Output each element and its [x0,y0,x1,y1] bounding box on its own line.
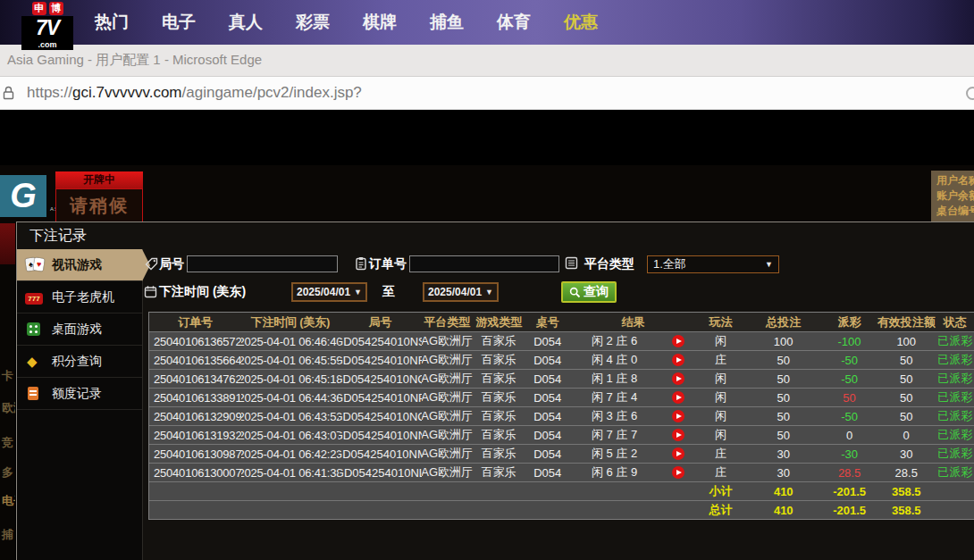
play-replay-button[interactable] [672,466,684,479]
column-header: 派彩 [822,313,877,331]
date-from-value: 2025/04/01 [297,286,350,298]
table-row: 2504010613389102025-04-01 06:44:36GD0542… [149,388,974,406]
play-replay-button[interactable] [672,335,684,347]
date-from-select[interactable]: 2025/04/01 ▼ [291,282,367,302]
table-header-row: 订单号下注时间 (美东)局号平台类型游戏类型桌号结果玩法总投注派彩有效投注额状态 [149,313,974,331]
nav-item-6[interactable]: 捕鱼 [430,11,464,34]
total-bet: 30 [744,464,822,481]
table-row: 2504010613566462025-04-01 06:45:59GD0542… [149,350,974,369]
url-domain: gci.7vvvvvv.com [72,84,182,101]
total-bet: 30 [744,445,822,463]
cards-icon: ♠♥ [25,257,45,273]
play-replay-button[interactable] [672,354,684,366]
table-row: 2504010613193222025-04-01 06:43:07GD0542… [149,425,974,444]
lock-icon[interactable] [2,86,15,100]
replay-cell [659,351,696,369]
status: 已派彩 [936,351,973,369]
order-no-input[interactable] [409,255,559,272]
top-nav: 申 博 7V .com 热门电子真人彩票棋牌捕鱼体育优惠 [0,0,974,45]
result: 闲 7 庄 4 [570,389,659,406]
grand-total-valid_bet: 358.5 [877,501,936,519]
valid-bet: 100 [877,332,936,350]
date-to-select[interactable]: 2025/04/01 ▼ [423,282,499,302]
result: 闲 2 庄 6 [570,332,659,350]
platform-type-label: 平台类型 [584,256,634,272]
credit-icon [25,386,45,402]
play-replay-button[interactable] [672,391,684,404]
nav-item-7[interactable]: 体育 [497,11,531,34]
site-logo[interactable]: 申 博 7V .com [21,2,73,50]
sidebar-item-2[interactable]: 777电子老虎机 [17,281,142,313]
valid-bet: 30 [877,445,936,463]
status: 已派彩 [936,389,973,406]
game-type: 百家乐 [473,332,525,350]
screen: 申 博 7V .com 热门电子真人彩票棋牌捕鱼体育优惠 Asia Gaming… [0,0,974,560]
play-replay-button[interactable] [672,410,684,422]
nav-item-8[interactable]: 优惠 [564,11,598,34]
platform-type-select[interactable]: 1.全部 ▼ [647,255,779,273]
round-no-label: 局号 [159,256,184,272]
search-button[interactable]: 查询 [561,281,617,303]
chevron-down-icon: ▼ [485,288,493,297]
clipboard-icon [355,256,367,274]
column-header: 有效投注额 [877,313,936,331]
column-header: 局号 [339,313,421,331]
table-no: D054 [525,351,570,369]
bet-type: 闲 [697,426,745,444]
column-header: 桌号 [525,313,570,331]
column-header: 游戏类型 [473,313,525,331]
total-bet: 50 [744,351,822,369]
valid-bet: 50 [877,370,936,388]
round-no-input[interactable] [187,255,338,272]
subtotal-gap [149,482,697,500]
url-text[interactable]: https://gci.7vvvvvv.com/agingame/pcv2/in… [27,84,362,102]
please-wait-box: 请稍候 [55,188,143,222]
nav-item-4[interactable]: 彩票 [296,11,330,34]
play-replay-button[interactable] [672,447,684,460]
bet-time: 2025-04-01 06:42:23 [241,445,339,463]
status: 已派彩 [936,370,973,388]
column-header: 订单号 [149,313,241,331]
list-icon [565,256,578,273]
nav-menu: 热门电子真人彩票棋牌捕鱼体育优惠 [95,0,598,45]
nav-item-1[interactable]: 热门 [95,11,129,34]
sidebar-item-5[interactable]: 额度记录 [17,378,142,410]
game-type: 百家乐 [473,464,525,481]
nav-item-5[interactable]: 棋牌 [363,11,397,34]
sidebar-item-1[interactable]: ♠♥视讯游戏 [17,249,142,281]
search-button-label: 查询 [584,284,609,300]
urlbar-right-icon[interactable] [966,87,974,100]
subtotal-status-empty [936,482,974,500]
nav-item-2[interactable]: 电子 [162,11,196,34]
game-type: 百家乐 [473,351,525,369]
nav-item-3[interactable]: 真人 [229,11,263,34]
sidebar-item-4[interactable]: ◆积分查询 [17,346,142,378]
column-header: 状态 [936,313,973,331]
order-no: 250401061300076 [149,464,241,481]
round-no: GD054254010NR [339,351,421,369]
bet-type: 庄 [697,445,745,463]
bet-time: 2025-04-01 06:44:36 [241,389,339,406]
bet-time: 2025-04-01 06:45:18 [241,370,339,388]
window-title: Asia Gaming - 用户配置 1 - Microsoft Edge [7,52,262,69]
platform-type: AG欧洲厅 [422,426,473,444]
dealing-status-banner: 开牌中 [55,171,143,188]
order-no: 250401061347620 [149,370,241,388]
play-replay-button[interactable] [672,429,684,441]
result: 闲 5 庄 2 [570,445,659,463]
payout: -50 [822,407,877,425]
round-no: GD054254010NN [339,426,421,444]
payout: 50 [822,389,877,406]
order-no-label: 订单号 [369,256,407,272]
platform-type: AG欧洲厅 [422,351,473,369]
platform-type: AG欧洲厅 [422,332,473,350]
order-no: 250401061356646 [149,351,241,369]
table-no: D054 [525,370,570,388]
sidebar-item-3[interactable]: 桌面游戏 [17,313,142,346]
browser-urlbar[interactable]: https://gci.7vvvvvv.com/agingame/pcv2/in… [0,77,974,110]
background-left-menu-remnant: 卡欧洲竞多电子捕 [0,223,15,560]
grand-total-label: 总计 [697,501,745,519]
play-replay-button[interactable] [672,372,684,385]
chevron-down-icon: ▼ [765,260,773,269]
account-info-box: 用户名称账户余额桌台编号 [931,171,974,223]
